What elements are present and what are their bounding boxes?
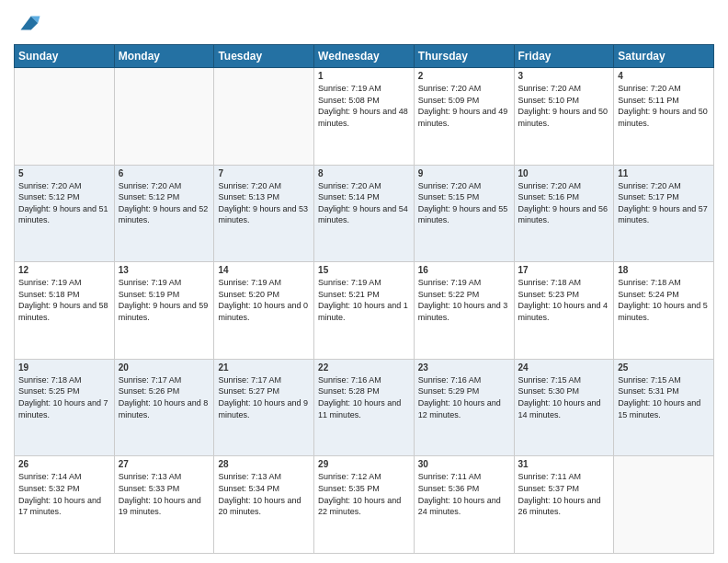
week-row-1: 1Sunrise: 7:19 AM Sunset: 5:08 PM Daylig…	[15, 68, 714, 166]
week-row-2: 5Sunrise: 7:20 AM Sunset: 5:12 PM Daylig…	[15, 165, 714, 262]
day-number: 9	[418, 168, 510, 178]
col-header-monday: Monday	[114, 45, 214, 68]
day-cell	[614, 456, 714, 554]
day-info: Sunrise: 7:19 AM Sunset: 5:08 PM Dayligh…	[318, 83, 410, 129]
day-number: 1	[318, 71, 410, 81]
day-cell: 24Sunrise: 7:15 AM Sunset: 5:30 PM Dayli…	[514, 359, 614, 456]
day-info: Sunrise: 7:11 AM Sunset: 5:37 PM Dayligh…	[518, 471, 610, 517]
day-number: 31	[518, 459, 610, 469]
day-number: 28	[218, 459, 310, 469]
day-cell: 4Sunrise: 7:20 AM Sunset: 5:11 PM Daylig…	[614, 68, 714, 166]
calendar-table: SundayMondayTuesdayWednesdayThursdayFrid…	[14, 44, 714, 554]
day-cell: 22Sunrise: 7:16 AM Sunset: 5:28 PM Dayli…	[314, 359, 415, 456]
day-cell: 8Sunrise: 7:20 AM Sunset: 5:14 PM Daylig…	[314, 165, 415, 262]
day-info: Sunrise: 7:20 AM Sunset: 5:09 PM Dayligh…	[418, 83, 510, 129]
day-cell: 9Sunrise: 7:20 AM Sunset: 5:15 PM Daylig…	[414, 165, 514, 262]
day-info: Sunrise: 7:20 AM Sunset: 5:15 PM Dayligh…	[418, 180, 510, 226]
day-cell: 25Sunrise: 7:15 AM Sunset: 5:31 PM Dayli…	[614, 359, 714, 456]
day-info: Sunrise: 7:15 AM Sunset: 5:30 PM Dayligh…	[518, 374, 610, 420]
day-cell	[114, 68, 214, 166]
day-cell: 10Sunrise: 7:20 AM Sunset: 5:16 PM Dayli…	[514, 165, 614, 262]
day-info: Sunrise: 7:20 AM Sunset: 5:10 PM Dayligh…	[518, 83, 610, 129]
page: SundayMondayTuesdayWednesdayThursdayFrid…	[0, 0, 728, 563]
day-info: Sunrise: 7:16 AM Sunset: 5:29 PM Dayligh…	[418, 374, 510, 420]
day-cell: 29Sunrise: 7:12 AM Sunset: 5:35 PM Dayli…	[314, 456, 415, 554]
day-info: Sunrise: 7:18 AM Sunset: 5:25 PM Dayligh…	[18, 374, 110, 420]
day-info: Sunrise: 7:19 AM Sunset: 5:20 PM Dayligh…	[218, 277, 310, 323]
header-row: SundayMondayTuesdayWednesdayThursdayFrid…	[15, 45, 714, 68]
day-info: Sunrise: 7:19 AM Sunset: 5:19 PM Dayligh…	[119, 277, 210, 323]
col-header-sunday: Sunday	[15, 45, 115, 68]
day-cell: 6Sunrise: 7:20 AM Sunset: 5:12 PM Daylig…	[114, 165, 214, 262]
day-cell: 26Sunrise: 7:14 AM Sunset: 5:32 PM Dayli…	[15, 456, 115, 554]
col-header-tuesday: Tuesday	[214, 45, 314, 68]
day-number: 5	[18, 168, 110, 178]
day-cell: 5Sunrise: 7:20 AM Sunset: 5:12 PM Daylig…	[15, 165, 115, 262]
day-number: 2	[418, 71, 510, 81]
day-number: 3	[518, 71, 610, 81]
day-cell: 12Sunrise: 7:19 AM Sunset: 5:18 PM Dayli…	[15, 262, 115, 360]
day-number: 20	[119, 362, 210, 373]
day-info: Sunrise: 7:16 AM Sunset: 5:28 PM Dayligh…	[318, 374, 410, 420]
day-info: Sunrise: 7:19 AM Sunset: 5:18 PM Dayligh…	[18, 277, 110, 323]
day-number: 13	[119, 265, 210, 275]
day-info: Sunrise: 7:18 AM Sunset: 5:24 PM Dayligh…	[618, 277, 710, 323]
day-number: 6	[119, 168, 210, 178]
day-cell: 13Sunrise: 7:19 AM Sunset: 5:19 PM Dayli…	[114, 262, 214, 360]
day-number: 4	[618, 71, 710, 81]
day-number: 25	[618, 362, 710, 373]
col-header-saturday: Saturday	[614, 45, 714, 68]
day-number: 22	[318, 362, 410, 373]
day-info: Sunrise: 7:12 AM Sunset: 5:35 PM Dayligh…	[318, 471, 410, 517]
day-cell: 3Sunrise: 7:20 AM Sunset: 5:10 PM Daylig…	[514, 68, 614, 166]
logo-icon	[14, 9, 41, 37]
day-info: Sunrise: 7:11 AM Sunset: 5:36 PM Dayligh…	[418, 471, 510, 517]
day-cell: 30Sunrise: 7:11 AM Sunset: 5:36 PM Dayli…	[414, 456, 514, 554]
day-cell: 1Sunrise: 7:19 AM Sunset: 5:08 PM Daylig…	[314, 68, 415, 166]
day-cell: 27Sunrise: 7:13 AM Sunset: 5:33 PM Dayli…	[114, 456, 214, 554]
day-cell: 11Sunrise: 7:20 AM Sunset: 5:17 PM Dayli…	[614, 165, 714, 262]
day-info: Sunrise: 7:17 AM Sunset: 5:26 PM Dayligh…	[119, 374, 210, 420]
day-number: 17	[518, 265, 610, 275]
day-number: 14	[218, 265, 310, 275]
header	[14, 9, 714, 37]
day-number: 26	[18, 459, 110, 469]
day-number: 7	[218, 168, 310, 178]
day-info: Sunrise: 7:20 AM Sunset: 5:11 PM Dayligh…	[618, 83, 710, 129]
day-number: 24	[518, 362, 610, 373]
day-cell: 14Sunrise: 7:19 AM Sunset: 5:20 PM Dayli…	[214, 262, 314, 360]
day-cell: 7Sunrise: 7:20 AM Sunset: 5:13 PM Daylig…	[214, 165, 314, 262]
day-cell	[15, 68, 115, 166]
day-cell: 28Sunrise: 7:13 AM Sunset: 5:34 PM Dayli…	[214, 456, 314, 554]
day-info: Sunrise: 7:15 AM Sunset: 5:31 PM Dayligh…	[618, 374, 710, 420]
week-row-5: 26Sunrise: 7:14 AM Sunset: 5:32 PM Dayli…	[15, 456, 714, 554]
day-number: 12	[18, 265, 110, 275]
day-number: 23	[418, 362, 510, 373]
day-cell: 16Sunrise: 7:19 AM Sunset: 5:22 PM Dayli…	[414, 262, 514, 360]
day-info: Sunrise: 7:13 AM Sunset: 5:33 PM Dayligh…	[119, 471, 210, 517]
day-cell: 19Sunrise: 7:18 AM Sunset: 5:25 PM Dayli…	[15, 359, 115, 456]
day-cell: 20Sunrise: 7:17 AM Sunset: 5:26 PM Dayli…	[114, 359, 214, 456]
week-row-3: 12Sunrise: 7:19 AM Sunset: 5:18 PM Dayli…	[15, 262, 714, 360]
day-info: Sunrise: 7:20 AM Sunset: 5:14 PM Dayligh…	[318, 180, 410, 226]
day-number: 10	[518, 168, 610, 178]
day-number: 29	[318, 459, 410, 469]
col-header-friday: Friday	[514, 45, 614, 68]
day-cell: 21Sunrise: 7:17 AM Sunset: 5:27 PM Dayli…	[214, 359, 314, 456]
day-number: 27	[119, 459, 210, 469]
col-header-wednesday: Wednesday	[314, 45, 415, 68]
week-row-4: 19Sunrise: 7:18 AM Sunset: 5:25 PM Dayli…	[15, 359, 714, 456]
day-info: Sunrise: 7:20 AM Sunset: 5:12 PM Dayligh…	[18, 180, 110, 226]
day-info: Sunrise: 7:18 AM Sunset: 5:23 PM Dayligh…	[518, 277, 610, 323]
day-info: Sunrise: 7:19 AM Sunset: 5:22 PM Dayligh…	[418, 277, 510, 323]
day-cell: 23Sunrise: 7:16 AM Sunset: 5:29 PM Dayli…	[414, 359, 514, 456]
day-number: 16	[418, 265, 510, 275]
day-info: Sunrise: 7:19 AM Sunset: 5:21 PM Dayligh…	[318, 277, 410, 323]
day-info: Sunrise: 7:17 AM Sunset: 5:27 PM Dayligh…	[218, 374, 310, 420]
day-number: 21	[218, 362, 310, 373]
day-cell: 2Sunrise: 7:20 AM Sunset: 5:09 PM Daylig…	[414, 68, 514, 166]
day-info: Sunrise: 7:14 AM Sunset: 5:32 PM Dayligh…	[18, 471, 110, 517]
day-cell: 18Sunrise: 7:18 AM Sunset: 5:24 PM Dayli…	[614, 262, 714, 360]
day-info: Sunrise: 7:20 AM Sunset: 5:12 PM Dayligh…	[119, 180, 210, 226]
logo	[14, 9, 45, 37]
